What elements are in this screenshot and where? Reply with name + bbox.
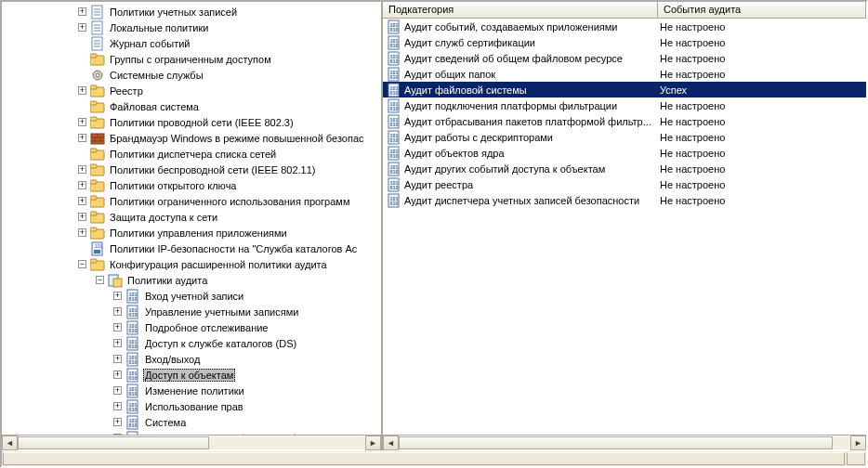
folder-icon — [90, 210, 105, 225]
list-pane: Подкатегория События аудита Аудит событи… — [383, 2, 866, 450]
list-row[interactable]: Аудит общих папокНе настроено — [383, 66, 866, 82]
scroll-left-icon[interactable]: ◄ — [383, 436, 399, 450]
folder-icon — [90, 194, 105, 209]
tree-item-policy-change[interactable]: +Изменение политики — [13, 383, 381, 398]
tree-item-audit-policies[interactable]: −Политики аудита — [13, 272, 381, 288]
column-audit-events[interactable]: События аудита — [658, 2, 866, 18]
cell-audit-events: Не настроено — [658, 21, 866, 32]
no-expand — [78, 102, 86, 110]
tree-label: Подробное отслеживание — [143, 321, 270, 334]
scroll-track[interactable] — [18, 436, 365, 450]
list-row[interactable]: Аудит подключения платформы фильтрацииНе… — [383, 98, 866, 113]
tree-item-registry[interactable]: +Реестр — [13, 83, 381, 98]
tree-item-ds-access[interactable]: +Доступ к службе каталогов (DS) — [13, 335, 381, 351]
collapse-icon[interactable]: − — [96, 276, 104, 284]
tree-pane: +Политики учетных записей +Локальные пол… — [2, 2, 383, 450]
tree-item-netlist-mgr[interactable]: Политики диспетчера списка сетей — [13, 146, 381, 162]
cell-audit-events: Не настроено — [658, 53, 866, 64]
cell-audit-events: Не настроено — [658, 37, 866, 48]
list-row[interactable]: Аудит служб сертификацииНе настроено — [383, 34, 866, 50]
tree-view[interactable]: +Политики учетных записей +Локальные пол… — [2, 2, 381, 435]
tree-item-privilege-use[interactable]: +Использование прав — [13, 398, 381, 414]
tree-h-scrollbar[interactable]: ◄ ► — [2, 435, 381, 450]
tree-item-account-logon[interactable]: +Вход учетной записи — [13, 288, 381, 304]
no-expand — [78, 244, 86, 253]
expand-icon[interactable]: + — [113, 370, 122, 379]
cell-subcategory: Аудит файловой системы — [404, 84, 658, 96]
expand-icon[interactable]: + — [78, 134, 86, 142]
expand-icon[interactable]: + — [78, 197, 86, 205]
expand-icon[interactable]: + — [113, 355, 122, 363]
cell-subcategory: Аудит диспетчера учетных записей безопас… — [404, 195, 658, 206]
tree-item-app-control[interactable]: +Политики управления приложениями — [13, 225, 381, 240]
expand-icon[interactable]: + — [113, 386, 122, 395]
tree-item-system-services[interactable]: Системные службы — [13, 67, 381, 83]
tree-item-ipsec[interactable]: Политики IP-безопасности на "Служба ката… — [13, 240, 381, 256]
expand-icon[interactable]: + — [78, 165, 86, 174]
scroll-thumb[interactable] — [18, 436, 209, 449]
expand-icon[interactable]: + — [113, 339, 122, 347]
list-row[interactable]: Аудит отбрасывания пакетов платформой фи… — [383, 113, 866, 129]
tree-item-account-mgmt[interactable]: +Управление учетными записями — [13, 304, 381, 319]
scroll-right-icon[interactable]: ► — [850, 436, 866, 450]
tree-item-system[interactable]: +Система — [13, 414, 381, 430]
expand-icon[interactable]: + — [78, 23, 86, 32]
expand-icon[interactable]: + — [78, 228, 86, 237]
scroll-right-icon[interactable]: ► — [365, 436, 381, 450]
tree-item-account-policies[interactable]: +Политики учетных записей — [13, 4, 381, 20]
tree-label: Система — [143, 416, 188, 429]
tree-item-logon-logoff[interactable]: +Вход/выход — [13, 351, 381, 367]
scroll-thumb[interactable] — [399, 436, 833, 449]
tree-item-filesystem[interactable]: Файловая система — [13, 98, 381, 114]
expand-icon[interactable]: + — [78, 181, 86, 189]
list-h-scrollbar[interactable]: ◄ ► — [383, 435, 866, 450]
tree-item-event-log[interactable]: Журнал событий — [13, 35, 381, 51]
tree-item-public-key[interactable]: +Политики открытого ключа — [13, 177, 381, 193]
folder-icon — [90, 84, 105, 98]
tree-label: Вход учетной записи — [143, 290, 245, 303]
expand-icon[interactable]: + — [113, 292, 122, 300]
tree-item-detailed-tracking[interactable]: +Подробное отслеживание — [13, 319, 381, 335]
expand-icon[interactable]: + — [78, 118, 86, 126]
list-row[interactable]: Аудит сведений об общем файловом ресурсе… — [383, 50, 866, 66]
expand-icon[interactable]: + — [113, 402, 122, 410]
collapse-icon[interactable]: − — [78, 260, 86, 268]
tree-label: Политики ограниченного использования про… — [108, 195, 351, 208]
tree-item-software-restriction[interactable]: +Политики ограниченного использования пр… — [13, 193, 381, 209]
tree-item-local-policies[interactable]: +Локальные политики — [13, 20, 381, 35]
no-expand — [78, 150, 86, 158]
cell-subcategory: Аудит отбрасывания пакетов платформой фи… — [404, 116, 658, 127]
tree-item-wireless-802-11[interactable]: +Политики беспроводной сети (IEEE 802.11… — [13, 162, 381, 177]
audit-item-icon — [387, 177, 401, 192]
audit-icon — [125, 352, 140, 367]
list-row[interactable]: Аудит работы с дескрипторамиНе настроено — [383, 129, 866, 145]
expand-icon[interactable]: + — [78, 7, 86, 16]
list-row[interactable]: Аудит диспетчера учетных записей безопас… — [383, 192, 866, 208]
expand-icon[interactable]: + — [113, 418, 122, 426]
cell-subcategory: Аудит сведений об общем файловом ресурсе — [404, 53, 658, 64]
tree-item-nap[interactable]: +Защита доступа к сети — [13, 209, 381, 225]
list-row[interactable]: Аудит файловой системыУспех — [383, 82, 866, 98]
expand-icon[interactable]: + — [78, 86, 86, 95]
tree-item-wired-802-3[interactable]: +Политики проводной сети (IEEE 802.3) — [13, 114, 381, 130]
tree-item-restricted-groups[interactable]: Группы с ограниченным доступом — [13, 51, 381, 67]
expand-icon[interactable]: + — [113, 307, 122, 316]
audit-icon — [125, 305, 140, 319]
folder-icon — [90, 147, 105, 162]
list-row[interactable]: Аудит событий, создаваемых приложениямиН… — [383, 19, 866, 34]
expand-icon[interactable]: + — [78, 213, 86, 221]
list-view[interactable]: Аудит событий, создаваемых приложениямиН… — [383, 19, 866, 435]
mmc-window: +Политики учетных записей +Локальные пол… — [0, 0, 868, 468]
list-row[interactable]: Аудит объектов ядраНе настроено — [383, 145, 866, 161]
tree-item-adv-audit-config[interactable]: −Конфигурация расширенной политики аудит… — [13, 256, 381, 272]
tree-item-firewall[interactable]: +Брандмауэр Windows в режиме повышенной … — [13, 130, 381, 146]
scroll-left-icon[interactable]: ◄ — [2, 436, 18, 450]
tree-label: Конфигурация расширенной политики аудита — [108, 258, 329, 271]
scroll-track[interactable] — [399, 436, 850, 450]
cell-audit-events: Не настроено — [658, 69, 866, 80]
expand-icon[interactable]: + — [113, 323, 122, 332]
tree-item-object-access[interactable]: +Доступ к объектам — [13, 367, 381, 383]
column-subcategory[interactable]: Подкатегория — [383, 2, 658, 18]
list-row[interactable]: Аудит реестраНе настроено — [383, 176, 866, 192]
list-row[interactable]: Аудит других событий доступа к объектамН… — [383, 161, 866, 176]
